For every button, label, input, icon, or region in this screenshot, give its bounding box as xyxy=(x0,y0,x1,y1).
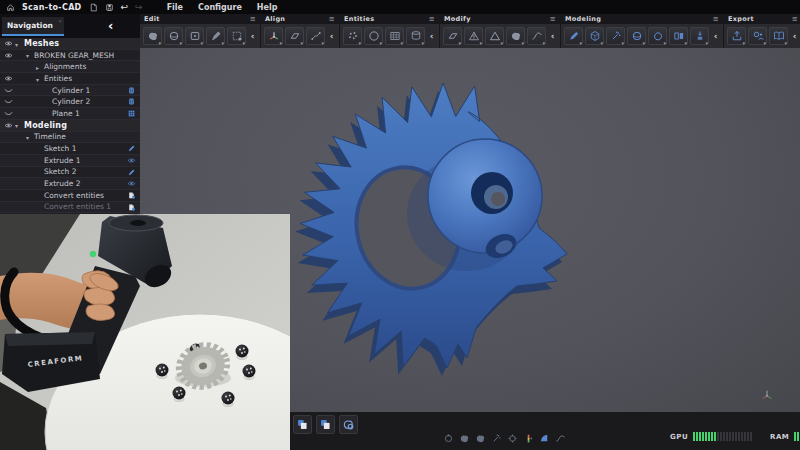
section-overflow-button[interactable]: ‹ xyxy=(711,31,720,41)
section-overflow-button[interactable]: ‹ xyxy=(327,31,336,41)
dropdown-caret-icon[interactable]: ▾ xyxy=(242,40,245,46)
datum-tool-button[interactable]: ▾ xyxy=(585,27,604,45)
visibility-eye-icon[interactable] xyxy=(4,52,13,59)
curve-fit-tool-button[interactable]: ▾ xyxy=(527,27,546,45)
dropdown-caret-icon[interactable]: ▾ xyxy=(458,40,461,46)
clean-mesh-tool-button[interactable]: ▾ xyxy=(206,27,225,45)
tree-row-extrude-2[interactable]: Extrude 2 xyxy=(0,178,140,190)
sketch-tool-button[interactable]: ▾ xyxy=(564,27,583,45)
dropdown-caret-icon[interactable]: ▾ xyxy=(479,40,482,46)
dropdown-caret-icon[interactable]: ▾ xyxy=(158,40,161,46)
smooth-tool-button[interactable]: ▾ xyxy=(506,27,525,45)
transfer-cad-tool-button[interactable]: ▾ xyxy=(748,27,767,45)
detect-points-tool-button[interactable]: ▾ xyxy=(343,27,362,45)
tree-row-cylinder-2[interactable]: Cylinder 2 xyxy=(0,96,140,108)
solid-view-icon[interactable] xyxy=(539,429,550,448)
section-overflow-button[interactable]: ‹ xyxy=(790,31,799,41)
dropdown-caret-icon[interactable]: ▾ xyxy=(684,40,687,46)
expand-caret-icon[interactable]: ▾ xyxy=(36,76,39,83)
extrude-tool-button[interactable]: ▾ xyxy=(690,27,709,45)
expand-caret-icon[interactable]: ▾ xyxy=(15,41,18,48)
dropdown-caret-icon[interactable]: ▾ xyxy=(400,40,403,46)
expand-caret-icon[interactable]: ▸ xyxy=(36,64,39,71)
curve-view-icon[interactable] xyxy=(555,429,566,448)
snapshot-region-button[interactable] xyxy=(339,415,358,434)
remesh-tool-button[interactable]: ▾ xyxy=(464,27,483,45)
dropdown-caret-icon[interactable]: ▾ xyxy=(579,40,582,46)
dropdown-caret-icon[interactable]: ▾ xyxy=(763,40,766,46)
tree-row-extrude-1[interactable]: Extrude 1 xyxy=(0,155,140,167)
dropdown-caret-icon[interactable]: ▾ xyxy=(221,40,224,46)
tree-row-convert-entities-1[interactable]: Convert entities 1 xyxy=(0,202,140,214)
section-menu-icon[interactable]: ≡ xyxy=(250,15,256,23)
boundary-loop-tool-button[interactable]: ▾ xyxy=(648,27,667,45)
detect-cylinder-tool-button[interactable]: ▾ xyxy=(406,27,425,45)
mesh-points-icon[interactable] xyxy=(491,429,502,448)
tree-row-modeling[interactable]: ▾Modeling xyxy=(0,120,140,132)
dropdown-caret-icon[interactable]: ▾ xyxy=(600,40,603,46)
copy-view-button[interactable] xyxy=(293,415,312,434)
tree-row-meshes[interactable]: ▾Meshes xyxy=(0,38,140,50)
menu-configure[interactable]: Configure xyxy=(194,3,246,12)
auto-segment-tool-button[interactable]: ▾ xyxy=(606,27,625,45)
align-origin-tool-button[interactable]: ▾ xyxy=(264,27,283,45)
visibility-eye-icon[interactable] xyxy=(4,75,13,82)
orientation-triad-icon[interactable] xyxy=(760,388,774,402)
section-overflow-button[interactable]: ‹ xyxy=(248,31,257,41)
cut-plane-tool-button[interactable]: ▾ xyxy=(443,27,462,45)
expand-caret-icon[interactable]: ▾ xyxy=(26,134,29,141)
dropdown-caret-icon[interactable]: ▾ xyxy=(179,40,182,46)
dropdown-caret-icon[interactable]: ▾ xyxy=(663,40,666,46)
tree-row-timeline[interactable]: ▾Timeline xyxy=(0,132,140,144)
fill-holes-tool-button[interactable]: ▾ xyxy=(227,27,246,45)
tab-navigation[interactable]: Navigation « xyxy=(2,17,64,36)
section-overflow-button[interactable]: ‹ xyxy=(548,31,557,41)
catalog-tool-button[interactable]: ▾ xyxy=(769,27,788,45)
fit-primitive-tool-button[interactable]: ▾ xyxy=(627,27,646,45)
visibility-eye-icon[interactable] xyxy=(4,122,13,129)
dropdown-caret-icon[interactable]: ▾ xyxy=(521,40,524,46)
section-menu-icon[interactable]: ≡ xyxy=(713,15,719,23)
detect-plane-tool-button[interactable]: ▾ xyxy=(385,27,404,45)
menu-file[interactable]: File xyxy=(163,3,187,12)
tree-row-alignments[interactable]: ▸Alignments xyxy=(0,61,140,73)
tree-row-broken-gear-mesh[interactable]: ▾BROKEN GEAR_MESH xyxy=(0,50,140,62)
collapse-panel-icon[interactable]: ‹ xyxy=(108,17,113,35)
dock-icon[interactable]: « xyxy=(58,17,62,24)
section-menu-icon[interactable]: ≡ xyxy=(429,15,435,23)
section-menu-icon[interactable]: ≡ xyxy=(792,15,798,23)
dropdown-caret-icon[interactable]: ▾ xyxy=(358,40,361,46)
colormap-icon[interactable] xyxy=(523,429,534,448)
section-menu-icon[interactable]: ≡ xyxy=(550,15,556,23)
expand-caret-icon[interactable]: ▾ xyxy=(26,52,29,59)
paste-view-button[interactable] xyxy=(316,415,335,434)
align-points-tool-button[interactable]: ▾ xyxy=(306,27,325,45)
visibility-eye-icon[interactable] xyxy=(4,40,13,47)
tree-row-convert-entities[interactable]: Convert entities xyxy=(0,190,140,202)
dropdown-caret-icon[interactable]: ▾ xyxy=(784,40,787,46)
decimate-tool-button[interactable]: ▾ xyxy=(485,27,504,45)
detect-circle-tool-button[interactable]: ▾ xyxy=(364,27,383,45)
new-document-icon[interactable] xyxy=(89,3,98,12)
dropdown-caret-icon[interactable]: ▾ xyxy=(300,40,303,46)
save-icon[interactable] xyxy=(105,3,114,12)
export-tool-button[interactable]: ▾ xyxy=(727,27,746,45)
dropdown-caret-icon[interactable]: ▾ xyxy=(279,40,282,46)
section-menu-icon[interactable]: ≡ xyxy=(329,15,335,23)
split-body-tool-button[interactable]: ▾ xyxy=(669,27,688,45)
dropdown-caret-icon[interactable]: ▾ xyxy=(642,40,645,46)
tree-row-plane-1[interactable]: Plane 1 xyxy=(0,108,140,120)
dropdown-caret-icon[interactable]: ▾ xyxy=(621,40,624,46)
expand-caret-icon[interactable]: ▾ xyxy=(15,122,18,129)
3d-model-broken-gear[interactable] xyxy=(295,56,625,386)
select-tool-button[interactable]: ▾ xyxy=(143,27,162,45)
target-icon[interactable] xyxy=(507,429,518,448)
dropdown-caret-icon[interactable]: ▾ xyxy=(379,40,382,46)
tree-row-sketch-1[interactable]: Sketch 1 xyxy=(0,143,140,155)
section-overflow-button[interactable]: ‹ xyxy=(427,31,436,41)
orbit-mode-icon[interactable] xyxy=(443,429,454,448)
mesh-shaded-icon[interactable] xyxy=(459,429,470,448)
dropdown-caret-icon[interactable]: ▾ xyxy=(705,40,708,46)
select-sphere-tool-button[interactable]: ▾ xyxy=(164,27,183,45)
dropdown-caret-icon[interactable]: ▾ xyxy=(500,40,503,46)
